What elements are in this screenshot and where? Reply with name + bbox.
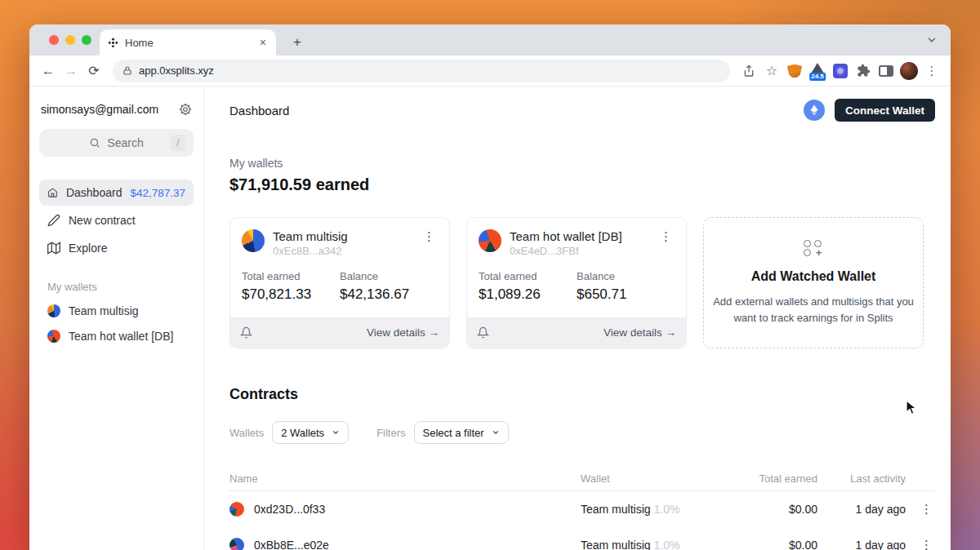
add-watched-description: Add external wallets and multisigs that … — [710, 294, 916, 326]
wallet-name: Team multisig — [69, 304, 139, 317]
bell-icon[interactable] — [240, 326, 252, 339]
account-row: simonsays@gmail.com — [41, 103, 192, 116]
wallet-cards: Team multisig 0xEc8B...a342 ⋮ Total earn… — [229, 217, 935, 348]
col-activity-header: Last activity — [817, 472, 906, 485]
balance-value: $42,136.67 — [340, 286, 438, 303]
back-button[interactable]: ← — [38, 60, 59, 82]
table-header-row: Name Wallet Total earned Last activity — [229, 467, 935, 491]
contract-address: 0xd23D...0f33 — [254, 503, 325, 516]
wallets-filter-label: Wallets — [229, 427, 264, 439]
metamask-extension-icon[interactable] — [784, 60, 805, 82]
browser-profile-avatar[interactable] — [898, 60, 920, 82]
col-name-header: Name — [229, 472, 581, 485]
lock-icon — [122, 65, 132, 76]
balance-label: Balance — [577, 270, 675, 282]
row-menu-icon[interactable]: ⋮ — [906, 502, 935, 517]
bookmark-star-icon[interactable]: ☆ — [761, 60, 782, 82]
splits-favicon-icon — [108, 38, 118, 48]
close-tab-icon[interactable]: × — [258, 36, 268, 49]
add-wallet-grid-icon: + — [804, 240, 823, 256]
dashboard-earnings-value: $42,787.37 — [130, 187, 185, 199]
contracts-filter-row: Wallets 2 Wallets Filters Select a filte… — [229, 421, 935, 444]
search-icon — [89, 137, 100, 149]
wallet-avatar — [479, 229, 501, 252]
side-panel-icon[interactable] — [875, 60, 897, 82]
gas-extension-icon[interactable]: 24.5 — [807, 60, 828, 82]
browser-window: Home × + ← → ⟳ app.0xsplits.xyz ☆ 24.5 — [29, 24, 951, 550]
wallets-overview: My wallets $71,910.59 earned — [229, 157, 935, 194]
contracts-heading: Contracts — [229, 386, 935, 403]
bell-icon[interactable] — [477, 326, 489, 339]
minimize-window-button[interactable] — [65, 35, 75, 45]
extensions-puzzle-icon[interactable] — [853, 60, 874, 82]
card-wallet-name: Team multisig — [273, 229, 348, 243]
add-watched-wallet-button[interactable]: + Add Watched Wallet Add external wallet… — [703, 217, 924, 348]
contract-avatar — [229, 538, 244, 550]
total-earned-value: $1,089.26 — [479, 286, 577, 303]
card-menu-icon[interactable]: ⋮ — [421, 229, 438, 244]
zoom-window-button[interactable] — [82, 35, 91, 45]
sidebar-item-dashboard[interactable]: Dashboard $42,787.37 — [39, 180, 194, 206]
wallet-avatar — [47, 330, 60, 343]
total-earned-label: Total earned — [242, 270, 340, 282]
sidebar-wallet-team-hot-wallet[interactable]: Team hot wallet [DB] — [39, 323, 194, 348]
wallet-name: Team hot wallet [DB] — [69, 330, 173, 343]
settings-gear-icon[interactable] — [179, 103, 192, 116]
tab-title: Home — [125, 37, 252, 49]
new-tab-button[interactable]: + — [287, 33, 307, 52]
share-button[interactable] — [738, 60, 760, 82]
add-watched-title: Add Watched Wallet — [751, 269, 876, 284]
tab-search-chevron-icon[interactable] — [926, 34, 938, 46]
browser-menu-icon[interactable]: ⋮ — [921, 60, 942, 82]
wallets-filter-select[interactable]: 2 Wallets — [272, 421, 349, 444]
main-area: Dashboard Connect Wallet My wallets $71,… — [204, 86, 951, 550]
home-icon — [47, 186, 58, 199]
contract-activity: 1 day ago — [817, 503, 906, 516]
wallet-avatar — [47, 304, 60, 317]
contract-earned: $0.00 — [724, 539, 817, 550]
contract-percent: 1.0% — [654, 503, 680, 516]
sidebar-nav: Dashboard $42,787.37 New contract Explor… — [39, 180, 194, 261]
search-shortcut-key: / — [171, 135, 185, 151]
chevron-down-icon — [332, 428, 340, 437]
map-icon — [47, 242, 60, 255]
reload-button[interactable]: ⟳ — [83, 60, 105, 82]
purple-extension-icon[interactable] — [830, 60, 851, 82]
view-details-link[interactable]: View details → — [367, 326, 439, 339]
sidebar-item-explore[interactable]: Explore — [39, 235, 194, 261]
contract-address: 0xBb8E...e02e — [254, 539, 329, 550]
sidebar-item-label: Explore — [69, 242, 107, 255]
sidebar-wallet-team-multisig[interactable]: Team multisig — [39, 298, 194, 323]
browser-tab-home[interactable]: Home × — [100, 29, 276, 55]
search-input[interactable]: Search / — [39, 129, 194, 157]
total-earned-heading: $71,910.59 earned — [229, 175, 935, 194]
main-header: Dashboard Connect Wallet — [229, 86, 935, 134]
col-earned-header: Total earned — [724, 472, 817, 485]
connect-wallet-button[interactable]: Connect Wallet — [835, 99, 935, 122]
table-row[interactable]: 0xd23D...0f33 Team multisig1.0% $0.00 1 … — [229, 491, 935, 527]
window-controls — [49, 35, 91, 45]
wallet-avatar — [242, 229, 265, 252]
network-ethereum-icon[interactable] — [804, 100, 825, 121]
row-menu-icon[interactable]: ⋮ — [906, 538, 935, 550]
total-earned-value: $70,821.33 — [242, 286, 340, 303]
sidebar-item-label: Dashboard — [66, 186, 122, 199]
table-row[interactable]: 0xBb8E...e02e Team multisig1.0% $0.00 1 … — [229, 527, 935, 550]
account-email: simonsays@gmail.com — [41, 103, 158, 116]
pencil-icon — [47, 214, 60, 227]
filters-select[interactable]: Select a filter — [414, 421, 509, 444]
tab-strip: Home × + — [29, 24, 951, 55]
balance-label: Balance — [340, 270, 438, 282]
forward-button[interactable]: → — [60, 60, 82, 82]
card-menu-icon[interactable]: ⋮ — [657, 229, 675, 244]
card-wallet-address: 0xE4eD...3FBf — [510, 245, 622, 257]
view-details-link[interactable]: View details → — [604, 326, 676, 339]
page-content: simonsays@gmail.com Search / Dashboard $… — [29, 86, 951, 550]
sidebar-item-new-contract[interactable]: New contract — [39, 207, 194, 233]
search-placeholder: Search — [107, 136, 143, 149]
address-bar[interactable]: app.0xsplits.xyz — [113, 60, 730, 82]
card-wallet-name: Team hot wallet [DB] — [510, 229, 622, 243]
mouse-cursor — [905, 400, 919, 419]
close-window-button[interactable] — [49, 35, 59, 45]
page-title: Dashboard — [229, 104, 289, 118]
